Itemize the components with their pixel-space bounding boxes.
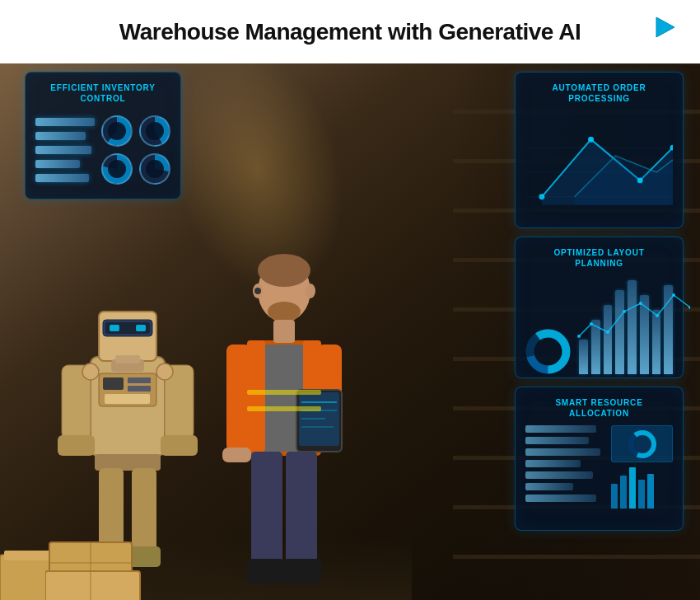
res-row-7 (525, 495, 596, 502)
inv-circle-3 (101, 153, 133, 185)
resource-card: SMART RESOURCE ALLOCATION (515, 387, 684, 531)
resource-right (611, 425, 673, 520)
svg-point-27 (82, 363, 99, 380)
res-row-6 (525, 483, 573, 490)
svg-point-73 (623, 310, 626, 313)
inv-bar-1 (35, 118, 95, 126)
svg-point-28 (156, 363, 173, 380)
inventory-card-container: EFFICIENT INVENTORY CONTROL (25, 72, 181, 199)
resource-bars (525, 425, 604, 520)
page-title: Warehouse Management with Generative AI (25, 15, 675, 54)
svg-point-74 (639, 302, 642, 305)
svg-marker-0 (656, 17, 674, 37)
svg-point-75 (656, 314, 659, 317)
svg-rect-11 (128, 377, 151, 383)
svg-rect-18 (161, 435, 198, 456)
worker-figure (214, 209, 354, 600)
svg-rect-24 (45, 571, 140, 600)
svg-rect-13 (105, 394, 150, 404)
inv-circle-4 (139, 153, 170, 185)
svg-point-37 (306, 284, 315, 298)
page-wrapper: Warehouse Management with Generative AI (0, 0, 700, 600)
main-scene: EFFICIENT INVENTORY CONTROL (0, 63, 700, 600)
svg-point-76 (672, 293, 675, 297)
res-row-2 (525, 437, 589, 444)
layout-card-label: OPTIMIZED LAYOUT PLANNING (525, 247, 673, 269)
order-card: AUTOMATED ORDER PROCESSING (515, 72, 684, 228)
svg-rect-8 (115, 355, 140, 363)
robot-figure (45, 250, 210, 600)
inventory-card: EFFICIENT INVENTORY CONTROL (25, 72, 181, 199)
svg-rect-52 (284, 559, 321, 584)
res-row-5 (525, 471, 593, 479)
svg-rect-16 (58, 435, 95, 456)
svg-rect-10 (103, 377, 124, 390)
inventory-bars (35, 118, 95, 182)
svg-rect-6 (136, 325, 146, 331)
header-section: Warehouse Management with Generative AI (0, 0, 700, 63)
inv-bar-3 (35, 146, 91, 154)
svg-rect-54 (247, 406, 321, 411)
svg-rect-40 (226, 345, 251, 452)
svg-point-34 (258, 254, 310, 287)
order-card-label: AUTOMATED ORDER PROCESSING (525, 82, 673, 104)
res-row-1 (525, 425, 596, 433)
inv-circle-2 (139, 115, 170, 147)
svg-rect-19 (99, 468, 124, 551)
svg-point-62 (637, 177, 643, 183)
svg-rect-21 (132, 468, 156, 551)
svg-rect-51 (247, 559, 284, 584)
svg-rect-50 (286, 452, 317, 567)
svg-rect-12 (128, 386, 151, 391)
svg-point-71 (590, 322, 593, 326)
resource-visual (525, 425, 673, 520)
inv-circle-1 (101, 115, 133, 147)
logo-icon (650, 12, 679, 42)
svg-point-35 (268, 302, 301, 321)
inv-bar-4 (35, 160, 80, 168)
resource-gauge (611, 425, 673, 462)
svg-point-61 (588, 137, 594, 143)
res-row-4 (525, 460, 581, 467)
svg-point-70 (577, 335, 581, 338)
layout-donut (525, 329, 571, 374)
inventory-visual (35, 110, 170, 189)
res-row-3 (525, 448, 600, 456)
inventory-card-label: EFFICIENT INVENTORY CONTROL (35, 82, 170, 104)
svg-rect-49 (251, 452, 282, 567)
svg-rect-48 (222, 448, 251, 462)
right-cards-column: AUTOMATED ORDER PROCESSING (515, 72, 684, 531)
resource-card-label: SMART RESOURCE ALLOCATION (525, 397, 673, 419)
inv-bar-2 (35, 132, 86, 140)
svg-rect-39 (273, 320, 295, 343)
svg-point-38 (254, 288, 261, 294)
svg-point-72 (606, 330, 609, 334)
layout-card: OPTIMIZED LAYOUT PLANNING (515, 237, 684, 378)
order-visual (525, 110, 673, 218)
inv-bar-5 (35, 174, 89, 182)
inventory-circles (101, 115, 170, 185)
svg-rect-53 (247, 390, 321, 395)
svg-rect-5 (110, 325, 119, 331)
layout-line-chart (575, 279, 690, 369)
